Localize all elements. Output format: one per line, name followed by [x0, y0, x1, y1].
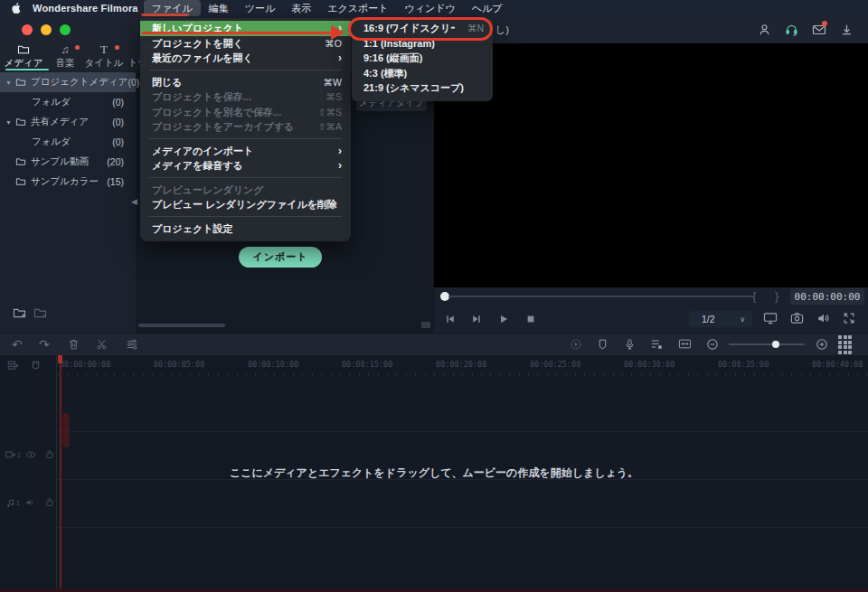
menu-item-label: メディアを録音する: [152, 158, 329, 174]
close-window-button[interactable]: [22, 24, 33, 35]
notification-badge: [822, 21, 827, 26]
audio-track-icon: 1: [5, 498, 20, 508]
zoom-slider-handle[interactable]: [772, 341, 779, 348]
submenu-item[interactable]: 9:16 (縦画面): [352, 51, 493, 66]
volume-icon[interactable]: [816, 312, 830, 324]
tree-label: サンプル動画: [31, 155, 89, 168]
menu-item[interactable]: メディアのインポート ›: [140, 144, 351, 159]
next-frame-icon[interactable]: [471, 314, 482, 324]
mark-in-button[interactable]: {: [752, 289, 756, 303]
track-mix-icon[interactable]: [650, 338, 664, 351]
toggle-visibility-icon[interactable]: [25, 450, 36, 459]
panel-resize-handle[interactable]: [421, 322, 430, 328]
download-icon[interactable]: [840, 23, 854, 37]
seek-track[interactable]: [448, 296, 752, 297]
menubar-item[interactable]: 編集: [201, 0, 237, 16]
preview-quality-select[interactable]: 1/2 ∨: [689, 311, 752, 327]
menu-item[interactable]: プレビュー レンダリングファイルを削除: [140, 197, 351, 212]
menu-item[interactable]: 閉じる ⌘W: [140, 75, 351, 90]
menu-item-label: プロジェクトを保存...: [152, 89, 313, 105]
marker-icon[interactable]: [597, 338, 609, 351]
disclosure-triangle-icon[interactable]: ▼: [5, 119, 15, 126]
tab-titles[interactable]: T タイトル: [83, 43, 125, 70]
tree-row[interactable]: サンプルカラー (15): [0, 172, 136, 192]
import-button[interactable]: インポート: [239, 247, 322, 268]
tree-row[interactable]: フォルダ (0): [0, 92, 136, 112]
apple-icon[interactable]: [11, 2, 22, 14]
playhead-handle[interactable]: [58, 355, 62, 363]
account-icon[interactable]: [758, 23, 771, 37]
timeline-ruler[interactable]: 00:00:00:0000:00:05:0000:00:10:0000:00:1…: [60, 360, 868, 369]
play-icon[interactable]: [498, 314, 509, 324]
tree-row[interactable]: フォルダ (0): [0, 132, 136, 152]
menubar-item[interactable]: エクスポート: [319, 0, 396, 16]
menu-shortcut: ⌘S: [326, 89, 342, 105]
manage-tracks-icon[interactable]: [7, 360, 19, 371]
menu-item[interactable]: 最近のファイルを開く ›: [140, 51, 351, 66]
menubar-item[interactable]: ツール: [237, 0, 284, 16]
menu-item[interactable]: プロジェクトを開く ⌘O: [140, 36, 351, 52]
messages-icon[interactable]: [812, 23, 826, 37]
lock-track-icon[interactable]: [45, 497, 54, 507]
tree-count: (20): [107, 156, 124, 167]
submenu-item-label: 4:3 (標準): [363, 66, 484, 81]
track-height-icon[interactable]: [838, 335, 852, 354]
menu-item[interactable]: [149, 138, 342, 139]
adjust-icon[interactable]: [126, 338, 138, 351]
mark-out-button[interactable]: }: [775, 289, 778, 303]
menu-item[interactable]: [149, 216, 342, 217]
support-icon[interactable]: [785, 23, 798, 37]
display-device-icon[interactable]: [763, 312, 778, 324]
menu-item[interactable]: メディアを録音する ›: [140, 158, 351, 174]
menu-item[interactable]: [149, 177, 342, 178]
menu-item[interactable]: プロジェクトを保存... ⌘S: [140, 89, 351, 105]
menu-item[interactable]: プロジェクト設定: [140, 221, 351, 237]
fullscreen-icon[interactable]: [843, 312, 855, 324]
menu-shortcut: ⇧⌘A: [318, 119, 342, 135]
undo-icon[interactable]: ↶: [12, 338, 23, 351]
zoom-in-icon[interactable]: [816, 338, 828, 351]
mute-track-icon[interactable]: [25, 498, 35, 507]
zoom-window-button[interactable]: [60, 24, 71, 35]
tree-label: プロジェクトメディア: [31, 76, 127, 89]
submenu-item-label: 9:16 (縦画面): [363, 51, 484, 66]
app-name[interactable]: Wondershare Filmora: [33, 3, 138, 14]
zoom-out-icon[interactable]: [706, 338, 719, 351]
tree-row[interactable]: ▼ プロジェクトメディア (0): [0, 72, 136, 92]
menu-item[interactable]: プロジェクトをアーカイブする ⇧⌘A: [140, 119, 351, 135]
redo-icon[interactable]: ↷: [39, 338, 50, 351]
submenu-item[interactable]: 4:3 (標準): [352, 66, 493, 81]
lock-track-icon[interactable]: [45, 449, 54, 459]
stop-icon[interactable]: [525, 314, 536, 324]
menubar-item[interactable]: ウィンドウ: [397, 0, 464, 16]
collapse-panel-icon[interactable]: ◀: [131, 197, 137, 206]
horizontal-scrollbar[interactable]: [138, 324, 225, 327]
voiceover-icon[interactable]: [624, 338, 636, 352]
ruler-ticks: [58, 373, 868, 376]
tab-audio[interactable]: ♫ 音楽: [49, 43, 81, 70]
add-folder-icon[interactable]: [13, 307, 26, 319]
submenu-item[interactable]: 21:9 (シネマスコープ): [352, 80, 493, 96]
menu-item[interactable]: プロジェクトを別名で保存... ⇧⌘S: [140, 105, 351, 120]
split-icon[interactable]: [96, 338, 108, 351]
fit-timeline-icon[interactable]: [678, 338, 692, 350]
tree-row[interactable]: サンプル動画 (20): [0, 152, 136, 172]
delete-icon[interactable]: [68, 338, 80, 351]
tree-row[interactable]: ▼ 共有メディア (0): [0, 112, 136, 132]
ruler-timestamp: 00:00:10:00: [248, 360, 342, 369]
disclosure-triangle-icon[interactable]: ▼: [5, 80, 15, 86]
snapshot-icon[interactable]: [790, 312, 804, 324]
render-preview-icon[interactable]: [570, 338, 582, 351]
previous-frame-icon[interactable]: [445, 314, 456, 324]
menu-item[interactable]: プレビューレンダリング: [140, 183, 351, 198]
minimize-window-button[interactable]: [41, 24, 52, 35]
menubar-item[interactable]: 表示: [283, 0, 319, 16]
zoom-slider-track[interactable]: [729, 343, 805, 345]
snap-icon[interactable]: [30, 360, 42, 371]
tab-media[interactable]: メディア: [0, 43, 47, 70]
playhead-marker: [62, 413, 70, 447]
menu-item-label: プレビューレンダリング: [152, 183, 342, 198]
delete-folder-icon[interactable]: [33, 307, 47, 319]
menubar-item[interactable]: ヘルプ: [464, 0, 511, 16]
menu-item[interactable]: [149, 70, 342, 70]
